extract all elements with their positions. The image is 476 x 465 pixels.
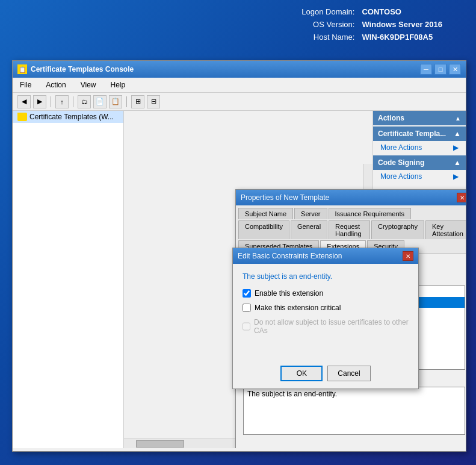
actions-section2-header: Code Signing ▲ (373, 155, 466, 170)
edit-cancel-button[interactable]: Cancel (327, 366, 370, 381)
props-titlebar: Properties of New Template ✕ (236, 190, 466, 205)
edit-dialog-buttons: OK Cancel (233, 366, 418, 381)
critical-extension-row[interactable]: Make this extension critical (243, 304, 409, 312)
enable-extension-row[interactable]: Enable this extension (243, 289, 409, 298)
actions-title: Actions (378, 114, 404, 122)
toolbar-btn5[interactable]: ⊟ (147, 95, 160, 108)
toolbar: ◀ ▶ ↑ 🗂 📄 📋 ⊞ ⊟ (13, 93, 466, 111)
no-issue-label: Do not allow subject to issue certificat… (254, 318, 409, 335)
actions-section2-more[interactable]: More Actions ▶ (373, 170, 466, 183)
menu-view[interactable]: View (78, 80, 99, 90)
no-issue-row: Do not allow subject to issue certificat… (243, 318, 409, 335)
toolbar-btn1[interactable]: 🗂 (78, 95, 91, 108)
maximize-button[interactable]: □ (434, 64, 447, 75)
main-window-titlebar: 📋 Certificate Templates Console ─ □ ✕ (13, 61, 466, 78)
toolbar-up[interactable]: ↑ (55, 95, 69, 108)
menu-file[interactable]: File (17, 80, 34, 90)
tab-request-handling[interactable]: Request Handling (329, 220, 370, 239)
folder-icon (17, 113, 27, 121)
left-pane-item-label: Certificate Templates (W... (29, 113, 114, 121)
edit-dialog-close-button[interactable]: ✕ (403, 251, 413, 261)
logon-domain-value: CONTOSO (358, 6, 446, 19)
actions-section1-more[interactable]: More Actions ▶ (373, 141, 466, 154)
toolbar-forward[interactable]: ▶ (33, 95, 46, 108)
host-name-label: Host Name: (298, 31, 358, 44)
no-issue-checkbox (243, 322, 250, 331)
system-info: Logon Domain: CONTOSO OS Version: Window… (298, 6, 446, 43)
tab-cryptography[interactable]: Cryptography (371, 220, 424, 239)
menu-bar: File Action View Help (13, 78, 466, 93)
logon-domain-label: Logon Domain: (298, 6, 358, 19)
actions-section1-header: Certificate Templa... ▲ (373, 126, 466, 141)
critical-extension-label: Make this extension critical (255, 304, 341, 312)
tab-server[interactable]: Server (294, 208, 327, 219)
tab-issuance-req[interactable]: Issuance Requirements (329, 208, 412, 219)
actions-chevron: ▲ (455, 115, 461, 122)
actions-section1-chevron: ▲ (454, 130, 461, 138)
tab-general[interactable]: General (291, 220, 327, 239)
toolbar-btn2[interactable]: 📄 (93, 95, 107, 108)
host-name-value: WIN-6K9DP1F08A5 (358, 31, 446, 44)
edit-dialog-title: Edit Basic Constraints Extension (238, 252, 342, 260)
app-icon: 📋 (17, 64, 27, 74)
tab-key-attestation[interactable]: Key Attestation (425, 220, 466, 239)
main-window-title-group: 📋 Certificate Templates Console (17, 64, 134, 74)
edit-basic-constraints-dialog: Edit Basic Constraints Extension ✕ The s… (232, 248, 419, 389)
edit-dialog-titlebar: Edit Basic Constraints Extension ✕ (233, 248, 418, 264)
props-close-button[interactable]: ✕ (457, 193, 466, 202)
minimize-button[interactable]: ─ (420, 64, 432, 75)
actions-section2-chevron: ▲ (454, 158, 461, 167)
actions-section2-arrow: ▶ (453, 172, 459, 181)
props-title: Properties of New Template (241, 193, 329, 202)
actions-section1-title: Certificate Templa... (378, 130, 446, 138)
edit-dialog-content: The subject is an end-entity. Enable thi… (233, 264, 418, 349)
desktop: Logon Domain: CONTOSO OS Version: Window… (0, 0, 476, 465)
tab-row-1: Subject Name Server Issuance Requirement… (238, 208, 466, 219)
menu-help[interactable]: Help (108, 80, 128, 90)
tab-strip: Subject Name Server Issuance Requirement… (236, 205, 466, 254)
tab-compatibility[interactable]: Compatibility (238, 220, 289, 239)
toolbar-separator (51, 96, 51, 107)
main-window: 📋 Certificate Templates Console ─ □ ✕ Fi… (12, 60, 466, 452)
actions-section1-arrow: ▶ (453, 143, 459, 152)
actions-section2-title: Code Signing (378, 158, 424, 167)
left-pane: Certificate Templates (W... (13, 111, 124, 448)
menu-action[interactable]: Action (43, 80, 68, 90)
scroll-thumb[interactable] (136, 440, 184, 448)
os-version-label: OS Version: (298, 19, 358, 31)
toolbar-btn4[interactable]: ⊞ (131, 95, 144, 108)
actions-section2-more-label: More Actions (380, 172, 422, 181)
main-window-title: Certificate Templates Console (31, 65, 134, 73)
toolbar-back[interactable]: ◀ (17, 95, 31, 108)
enable-extension-checkbox[interactable] (243, 289, 251, 298)
tab-subject-name[interactable]: Subject Name (238, 208, 293, 219)
edit-info-text: The subject is an end-entity. (243, 272, 409, 281)
desc-box: The subject is an end-entity. (243, 387, 465, 435)
toolbar-btn3[interactable]: 📋 (109, 95, 122, 108)
enable-extension-label: Enable this extension (255, 289, 323, 298)
actions-section1-more-label: More Actions (380, 143, 422, 152)
actions-header: Actions ▲ (373, 111, 466, 125)
toolbar-separator2 (73, 96, 73, 107)
critical-extension-checkbox[interactable] (243, 304, 251, 312)
close-button[interactable]: ✕ (449, 64, 461, 75)
os-version-value: Windows Server 2016 (358, 19, 446, 31)
toolbar-separator3 (126, 96, 127, 107)
tab-row-2: Compatibility General Request Handling C… (238, 220, 466, 239)
edit-ok-button[interactable]: OK (280, 366, 323, 381)
left-pane-item-cert-templates[interactable]: Certificate Templates (W... (13, 111, 123, 123)
window-controls[interactable]: ─ □ ✕ (420, 64, 461, 75)
